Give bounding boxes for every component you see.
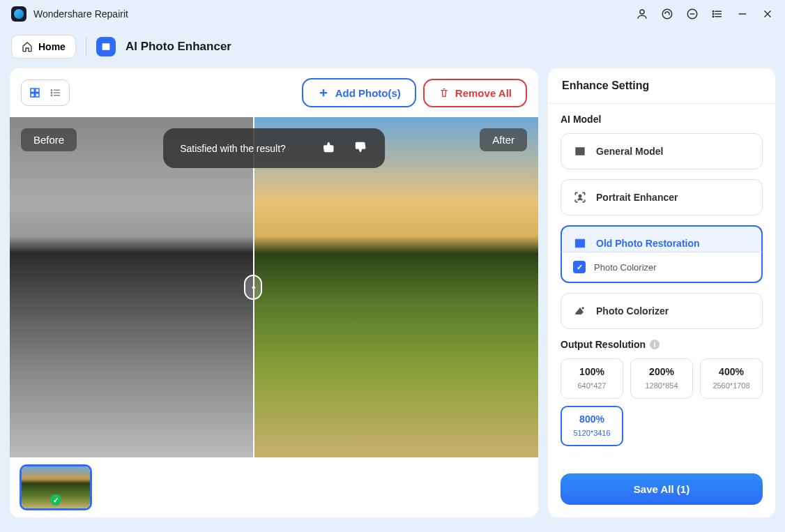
- model-label: Portrait Enhancer: [596, 192, 678, 203]
- svg-point-10: [712, 13, 714, 15]
- restoration-icon: [572, 236, 588, 251]
- home-label: Home: [38, 41, 66, 52]
- header-row: Home AI Photo Enhancer: [0, 28, 785, 68]
- svg-rect-19: [36, 93, 39, 97]
- minimize-icon[interactable]: [736, 8, 749, 20]
- thumbs-up-button[interactable]: [353, 139, 368, 157]
- save-all-label: Save All (1): [634, 483, 689, 495]
- svg-rect-17: [36, 89, 39, 92]
- trash-icon: [439, 87, 450, 98]
- remove-all-button[interactable]: Remove All: [423, 79, 527, 107]
- svg-point-1: [662, 9, 672, 19]
- account-icon[interactable]: [636, 8, 648, 20]
- svg-point-25: [51, 95, 52, 96]
- info-icon[interactable]: i: [650, 340, 660, 349]
- svg-point-9: [712, 11, 714, 13]
- model-general[interactable]: General Model: [561, 133, 763, 169]
- resolution-grid: 100% 640*427 200% 1280*854 400% 2560*170…: [561, 358, 763, 446]
- colorizer-icon: [572, 303, 588, 319]
- left-panel: Add Photo(s) Remove All Before After Sat…: [10, 68, 538, 517]
- svg-point-24: [51, 92, 52, 93]
- model-portrait[interactable]: Portrait Enhancer: [561, 179, 763, 215]
- right-panel: Enhance Setting AI Model General Model P…: [548, 68, 775, 517]
- sub-option-label: Photo Colorizer: [594, 262, 657, 273]
- svg-point-5: [694, 14, 694, 15]
- titlebar: Wondershare Repairit: [0, 0, 785, 28]
- resolution-800[interactable]: 800% 5120*3416: [561, 406, 623, 446]
- save-all-button[interactable]: Save All (1): [561, 473, 763, 505]
- svg-rect-18: [31, 93, 34, 97]
- app-logo: [11, 6, 26, 22]
- resolution-200[interactable]: 200% 1280*854: [630, 358, 693, 399]
- grid-view-button[interactable]: [24, 83, 45, 102]
- svg-rect-16: [31, 89, 34, 92]
- thumbnail-strip: [10, 457, 538, 517]
- module-title: AI Photo Enhancer: [125, 40, 231, 54]
- after-badge: After: [480, 128, 527, 151]
- model-label: Photo Colorizer: [596, 305, 669, 317]
- add-photos-label: Add Photo(s): [335, 87, 401, 99]
- svg-point-4: [692, 14, 693, 15]
- remove-all-label: Remove All: [455, 87, 512, 99]
- svg-point-0: [640, 10, 644, 14]
- model-colorizer[interactable]: Photo Colorizer: [561, 293, 763, 329]
- resolution-100[interactable]: 100% 640*427: [561, 358, 623, 399]
- svg-point-11: [712, 16, 714, 17]
- thumbnail-item[interactable]: [20, 464, 92, 510]
- home-icon: [22, 41, 33, 52]
- view-toggle: [21, 79, 70, 106]
- preview-area: Before After Satisfied with the result?: [10, 117, 538, 457]
- ai-model-label: AI Model: [561, 114, 763, 125]
- close-icon[interactable]: [761, 8, 774, 20]
- svg-point-3: [690, 14, 691, 15]
- chat-icon[interactable]: [686, 8, 699, 20]
- before-badge: Before: [21, 128, 77, 151]
- app-name: Wondershare Repairit: [33, 8, 128, 20]
- model-label: General Model: [596, 146, 663, 157]
- resolution-400[interactable]: 400% 2560*1708: [700, 358, 763, 399]
- support-icon[interactable]: [661, 8, 673, 20]
- comparison-slider-handle[interactable]: [244, 275, 262, 300]
- add-photos-button[interactable]: Add Photo(s): [302, 78, 416, 107]
- svg-point-15: [104, 45, 105, 46]
- check-icon: [50, 494, 61, 506]
- feedback-prompt: Satisfied with the result?: [163, 128, 385, 168]
- feedback-text: Satisfied with the result?: [180, 143, 286, 154]
- list-view-button[interactable]: [45, 83, 66, 102]
- enhance-setting-title: Enhance Setting: [548, 68, 775, 104]
- preview-before: [10, 117, 253, 457]
- image-icon: [572, 144, 588, 159]
- svg-point-28: [579, 195, 581, 197]
- portrait-icon: [572, 190, 588, 205]
- checkbox-checked[interactable]: [573, 261, 586, 273]
- sub-option-colorizer[interactable]: Photo Colorizer: [561, 252, 763, 283]
- divider: [86, 37, 86, 56]
- module-icon: [96, 37, 116, 56]
- svg-point-23: [51, 90, 52, 91]
- model-label: Old Photo Restoration: [596, 238, 700, 249]
- menu-icon[interactable]: [711, 8, 724, 20]
- home-button[interactable]: Home: [11, 35, 76, 59]
- output-resolution-label: Output Resolution i: [561, 339, 763, 350]
- plus-icon: [317, 86, 330, 99]
- svg-point-29: [582, 307, 584, 309]
- thumbs-down-button[interactable]: [321, 139, 336, 157]
- left-toolbar: Add Photo(s) Remove All: [10, 68, 538, 117]
